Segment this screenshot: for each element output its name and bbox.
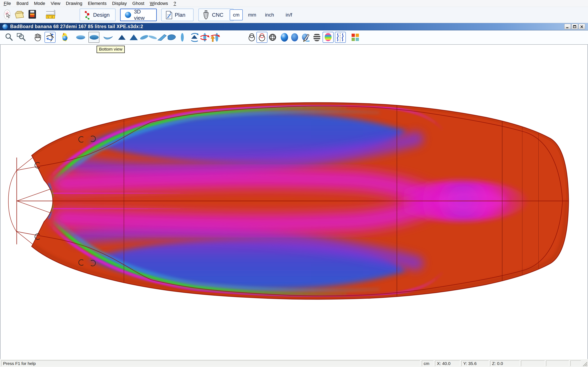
flip-board-icon[interactable] [209,32,220,43]
wireframe-view-icon[interactable] [246,32,257,43]
cnc-tool-icon [203,10,209,20]
shaded-view-icon[interactable] [279,32,290,43]
3d-sphere-icon [124,11,131,18]
status-y: Y: 35.6 [461,360,489,366]
perspective-bottom-right-icon[interactable] [166,32,177,43]
rocker-view-icon[interactable] [103,32,114,43]
cnc-mode-button[interactable]: CNC [199,8,233,21]
menu-ghost[interactable]: Ghost [132,1,144,6]
status-empty-3 [571,360,581,366]
paint-view-icon[interactable] [300,32,311,43]
menu-help[interactable]: ? [173,1,176,6]
design-icon [84,10,91,20]
status-z: Z: 0.0 [490,360,520,366]
status-bar: Press F1 for help cm X: 40.0 Y: 35.6 Z: … [0,359,588,367]
lighting-icon[interactable] [60,32,71,43]
menu-elements[interactable]: Elements [88,1,107,6]
top-view-icon[interactable] [75,32,86,43]
document-title: BadBoard banana 68 27demi 167 85 litres … [10,24,143,29]
menu-display[interactable]: Display [112,1,127,6]
minimize-button[interactable] [564,24,571,29]
menu-drawing[interactable]: Drawing [66,1,82,6]
board-canvas[interactable] [1,45,587,359]
view-toolbar [0,30,588,44]
viewport [0,44,588,359]
tooltip: Bottom view [96,46,125,53]
mesh-view-icon[interactable] [267,32,278,43]
zoom-icon[interactable] [4,32,15,43]
bottom-view-icon[interactable] [88,32,99,43]
maximize-button[interactable] [571,24,578,29]
plan-mode-button[interactable]: Plan [161,8,194,21]
slices-view-icon[interactable] [311,32,322,43]
save-icon[interactable] [27,9,37,20]
unit-inch-button[interactable]: inch [265,12,274,18]
status-x: X: 40.0 [435,360,460,366]
outline-view-icon[interactable] [177,32,188,43]
status-unit: cm [422,360,434,366]
resize-grip[interactable] [582,361,588,367]
flip-vertical-icon[interactable] [189,32,200,43]
menu-board[interactable]: Board [16,1,28,6]
svg-text:0: 0 [52,16,53,18]
menu-windows[interactable]: Windows [150,1,168,6]
document-title-bar: BadBoard banana 68 27demi 167 85 litres … [0,23,588,30]
main-toolbar: 10 Design 3D view Plan CNC cm mm inch in… [0,7,588,23]
svg-text:1: 1 [48,16,49,18]
perspective-top-right-icon[interactable] [147,32,158,43]
status-empty-1 [521,360,545,366]
unit-cm-button[interactable]: cm [230,9,243,20]
plan-icon [165,10,172,19]
solid-view-icon[interactable] [289,32,300,43]
dimensions-ruler-icon[interactable]: 10 [45,9,57,21]
menu-view[interactable]: View [51,1,60,6]
front-view-icon[interactable] [116,32,127,43]
menu-mode[interactable]: Mode [34,1,45,6]
unit-inf-button[interactable]: in/f [286,12,292,18]
document-icon [2,24,8,30]
pointer-tool-icon[interactable] [3,9,12,21]
status-empty-2 [546,360,569,366]
color-settings-icon[interactable] [350,32,361,43]
spin-board-icon[interactable] [199,32,210,43]
rotate-3d-icon[interactable] [44,32,56,43]
3d-view-mode-button[interactable]: 3D view [120,8,157,21]
unit-mm-button[interactable]: mm [248,12,256,18]
menu-bar: File Board Mode View Drawing Elements Di… [0,0,588,7]
color-map-view-icon[interactable] [323,32,334,43]
back-view-icon[interactable] [128,32,139,43]
pan-hand-icon[interactable] [32,32,43,43]
open-folder-icon[interactable] [14,9,25,20]
menu-file[interactable]: File [4,1,11,6]
design-mode-button[interactable]: Design [80,8,116,21]
status-help: Press F1 for help [1,360,420,366]
asymmetry-toggle-icon[interactable] [335,32,346,43]
wireframe-design-view-icon[interactable] [256,32,268,43]
close-button[interactable] [579,24,585,29]
zoom-window-icon[interactable] [16,32,27,43]
